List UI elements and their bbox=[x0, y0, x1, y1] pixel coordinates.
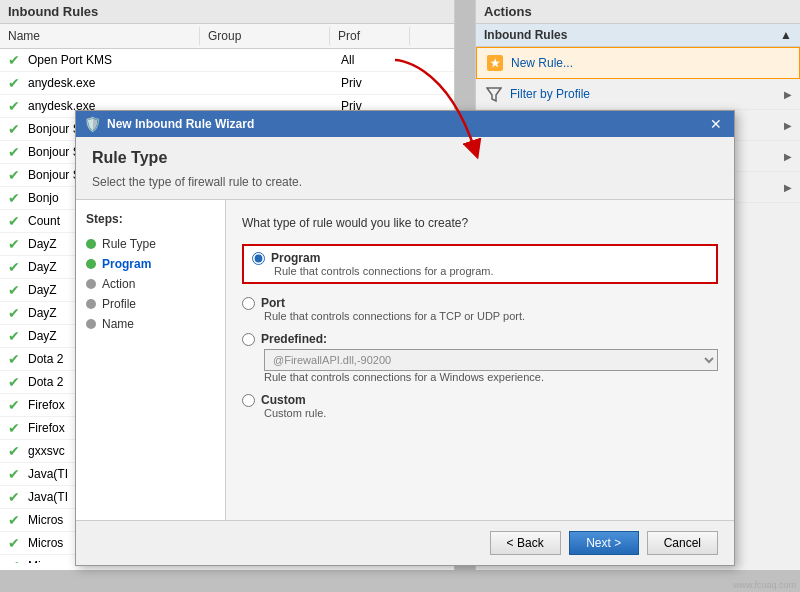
row-enabled-icon: ✔ bbox=[4, 211, 24, 231]
row-enabled-icon: ✔ bbox=[4, 119, 24, 139]
action-label: New Rule... bbox=[511, 56, 791, 70]
radio-label-custom[interactable]: Custom bbox=[261, 393, 306, 407]
dialog: 🛡️ New Inbound Rule Wizard ✕ Rule Type S… bbox=[75, 110, 735, 566]
step-dot bbox=[86, 279, 96, 289]
filter-icon bbox=[484, 84, 504, 104]
radio-option-port: Port Rule that controls connections for … bbox=[242, 296, 718, 322]
action-arrow: ▶ bbox=[784, 89, 792, 100]
row-name: anydesk.exe bbox=[28, 76, 203, 90]
action-label: Filter by Profile bbox=[510, 87, 784, 101]
collapse-icon[interactable]: ▲ bbox=[780, 28, 792, 42]
radio-desc-port: Rule that controls connections for a TCP… bbox=[264, 310, 718, 322]
col-header-group[interactable]: Group bbox=[200, 27, 330, 45]
radio-program[interactable] bbox=[252, 252, 265, 265]
radio-desc-predefined: Rule that controls connections for a Win… bbox=[264, 371, 718, 383]
row-enabled-icon: ✔ bbox=[4, 441, 24, 461]
dialog-footer: < Back Next > Cancel bbox=[76, 520, 734, 565]
cancel-button[interactable]: Cancel bbox=[647, 531, 718, 555]
row-enabled-icon: ✔ bbox=[4, 349, 24, 369]
action-item-new-rule...[interactable]: ★ New Rule... bbox=[476, 47, 800, 79]
step-dot bbox=[86, 259, 96, 269]
dialog-section-title: Rule Type bbox=[76, 137, 734, 173]
row-enabled-icon: ✔ bbox=[4, 188, 24, 208]
step-dot bbox=[86, 239, 96, 249]
step-label: Program bbox=[102, 257, 151, 271]
radio-desc-custom: Custom rule. bbox=[264, 407, 718, 419]
radio-predefined[interactable] bbox=[242, 333, 255, 346]
table-row[interactable]: ✔ Open Port KMS All bbox=[0, 49, 454, 72]
new-rule-icon: ★ bbox=[485, 53, 505, 73]
steps-panel: Steps: Rule Type Program Action Profile … bbox=[76, 200, 226, 520]
row-enabled-icon: ✔ bbox=[4, 418, 24, 438]
predefined-select[interactable]: @FirewallAPI.dll,-90200 bbox=[264, 349, 718, 371]
step-dot bbox=[86, 319, 96, 329]
row-enabled-icon: ✔ bbox=[4, 234, 24, 254]
radio-custom[interactable] bbox=[242, 394, 255, 407]
dialog-section-desc: Select the type of firewall rule to crea… bbox=[76, 173, 734, 199]
radio-desc-program: Rule that controls connections for a pro… bbox=[274, 265, 708, 277]
row-enabled-icon: ✔ bbox=[4, 142, 24, 162]
svg-text:★: ★ bbox=[490, 57, 501, 69]
row-enabled-icon: ✔ bbox=[4, 510, 24, 530]
row-name: Open Port KMS bbox=[28, 53, 203, 67]
watermark: www.fcuaq.com bbox=[733, 580, 796, 590]
dialog-body: Rule Type Select the type of firewall ru… bbox=[76, 137, 734, 565]
dialog-main: What type of rule would you like to crea… bbox=[226, 200, 734, 520]
step-label: Name bbox=[102, 317, 134, 331]
step-label: Rule Type bbox=[102, 237, 156, 251]
step-item-action[interactable]: Action bbox=[86, 274, 215, 294]
step-item-profile[interactable]: Profile bbox=[86, 294, 215, 314]
dialog-question: What type of rule would you like to crea… bbox=[242, 216, 718, 230]
row-enabled-icon: ✔ bbox=[4, 487, 24, 507]
actions-subheader-label: Inbound Rules bbox=[484, 28, 567, 42]
radio-option-program: Program Rule that controls connections f… bbox=[242, 244, 718, 286]
radio-option-header: Predefined: bbox=[242, 332, 718, 346]
radio-option-header: Port bbox=[242, 296, 718, 310]
col-header-name[interactable]: Name bbox=[0, 27, 200, 45]
step-dot bbox=[86, 299, 96, 309]
col-header-profile[interactable]: Prof bbox=[330, 27, 410, 45]
steps-list: Rule Type Program Action Profile Name bbox=[86, 234, 215, 334]
radio-label-predefined[interactable]: Predefined: bbox=[261, 332, 327, 346]
radio-option-header: Program bbox=[252, 251, 708, 265]
next-button[interactable]: Next > bbox=[569, 531, 639, 555]
radio-option-predefined: Predefined: @FirewallAPI.dll,-90200 Rule… bbox=[242, 332, 718, 383]
radio-port[interactable] bbox=[242, 297, 255, 310]
step-item-program[interactable]: Program bbox=[86, 254, 215, 274]
radio-label-program[interactable]: Program bbox=[271, 251, 320, 265]
step-label: Profile bbox=[102, 297, 136, 311]
row-enabled-icon: ✔ bbox=[4, 96, 24, 116]
back-button[interactable]: < Back bbox=[490, 531, 561, 555]
row-enabled-icon: ✔ bbox=[4, 372, 24, 392]
dialog-titlebar: 🛡️ New Inbound Rule Wizard ✕ bbox=[76, 111, 734, 137]
steps-label: Steps: bbox=[86, 212, 215, 226]
row-enabled-icon: ✔ bbox=[4, 165, 24, 185]
radio-option-custom: Custom Custom rule. bbox=[242, 393, 718, 419]
dialog-content: Steps: Rule Type Program Action Profile … bbox=[76, 199, 734, 520]
step-item-rule type[interactable]: Rule Type bbox=[86, 234, 215, 254]
row-enabled-icon: ✔ bbox=[4, 533, 24, 553]
row-profile: Priv bbox=[333, 76, 413, 90]
table-row[interactable]: ✔ anydesk.exe Priv bbox=[0, 72, 454, 95]
radio-label-port[interactable]: Port bbox=[261, 296, 285, 310]
radio-group: Program Rule that controls connections f… bbox=[242, 244, 718, 419]
dialog-title-left: 🛡️ New Inbound Rule Wizard bbox=[84, 116, 254, 132]
row-enabled-icon: ✔ bbox=[4, 395, 24, 415]
radio-option-header: Custom bbox=[242, 393, 718, 407]
step-label: Action bbox=[102, 277, 135, 291]
actions-subheader: Inbound Rules ▲ bbox=[476, 24, 800, 47]
row-enabled-icon: ✔ bbox=[4, 280, 24, 300]
step-item-name[interactable]: Name bbox=[86, 314, 215, 334]
row-enabled-icon: ✔ bbox=[4, 464, 24, 484]
action-arrow: ▶ bbox=[784, 151, 792, 162]
dialog-close-button[interactable]: ✕ bbox=[706, 116, 726, 132]
action-arrow: ▶ bbox=[784, 182, 792, 193]
row-enabled-icon: ✔ bbox=[4, 257, 24, 277]
row-enabled-icon: ✔ bbox=[4, 73, 24, 93]
left-panel-title: Inbound Rules bbox=[0, 0, 454, 24]
row-enabled-icon: ✔ bbox=[4, 303, 24, 323]
action-item-filter-by-profile[interactable]: Filter by Profile ▶ bbox=[476, 79, 800, 110]
table-header: Name Group Prof bbox=[0, 24, 454, 49]
predefined-input: @FirewallAPI.dll,-90200 bbox=[264, 349, 718, 371]
actions-title: Actions bbox=[476, 0, 800, 24]
